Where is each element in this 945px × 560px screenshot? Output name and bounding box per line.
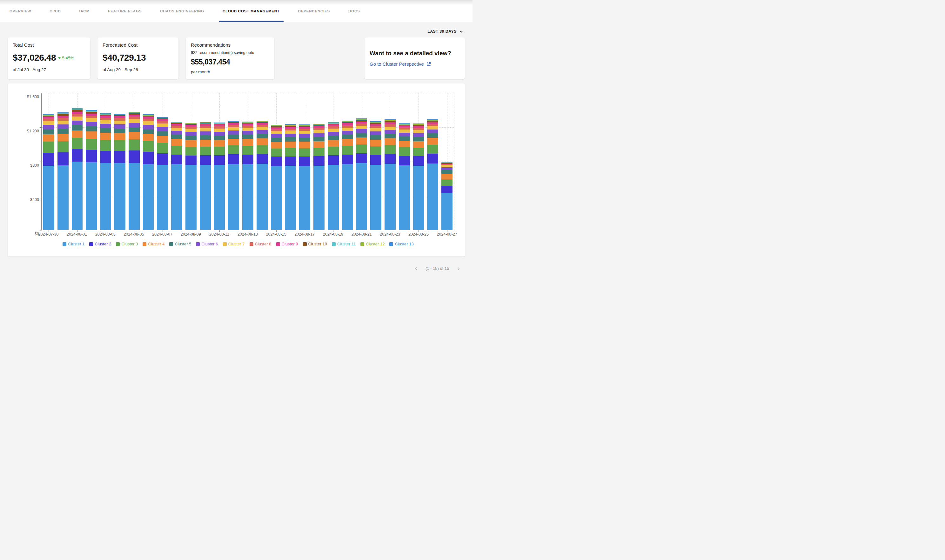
bar-stack xyxy=(129,112,140,230)
legend-item-cluster-6[interactable]: Cluster 6 xyxy=(196,242,218,246)
bar-segment-cluster-4 xyxy=(86,131,97,139)
bar-segment-cluster-8 xyxy=(129,117,140,119)
recommendations-period: per month xyxy=(191,69,269,74)
bar-stack xyxy=(328,122,339,230)
bar-segment-cluster-3 xyxy=(257,145,268,154)
legend-item-cluster-3[interactable]: Cluster 3 xyxy=(116,242,138,246)
tab-iacm[interactable]: IACM xyxy=(79,0,90,22)
bar-segment-cluster-4 xyxy=(143,134,154,141)
bar-segment-cluster-8 xyxy=(370,126,382,128)
bar-2024-08-05[interactable] xyxy=(127,93,141,230)
bar-2024-08-01[interactable] xyxy=(70,93,85,230)
bar-2024-08-09[interactable] xyxy=(184,93,198,230)
bar-2024-08-12[interactable] xyxy=(226,93,241,230)
pagination-prev-icon[interactable]: ‹ xyxy=(415,265,417,271)
bar-segment-cluster-8 xyxy=(242,125,253,128)
bar-segment-cluster-1 xyxy=(385,164,396,230)
bar-2024-08-23[interactable] xyxy=(383,93,397,230)
legend-item-cluster-4[interactable]: Cluster 4 xyxy=(143,242,165,246)
legend-item-cluster-9[interactable]: Cluster 9 xyxy=(276,242,298,246)
bar-segment-cluster-6 xyxy=(242,131,253,135)
bar-2024-08-08[interactable] xyxy=(169,93,184,230)
bar-segment-cluster-3 xyxy=(57,141,69,153)
tab-feature-flags[interactable]: FEATURE FLAGS xyxy=(108,0,142,22)
bar-2024-08-04[interactable] xyxy=(113,93,127,230)
x-tick-label: 2024-08-19 xyxy=(323,232,343,237)
bar-segment-cluster-5 xyxy=(86,126,97,131)
bar-2024-08-20[interactable] xyxy=(340,93,355,230)
tab-chaos-engineering[interactable]: CHAOS ENGINEERING xyxy=(160,0,204,22)
bar-segment-cluster-1 xyxy=(129,163,140,230)
bar-segment-cluster-2 xyxy=(342,155,353,165)
bar-2024-08-27[interactable] xyxy=(440,93,454,230)
bar-segment-cluster-7 xyxy=(370,128,382,131)
bar-2024-08-14[interactable] xyxy=(255,93,269,230)
legend-item-cluster-11[interactable]: Cluster 11 xyxy=(332,242,356,246)
legend-item-cluster-12[interactable]: Cluster 12 xyxy=(360,242,385,246)
bar-segment-cluster-1 xyxy=(57,165,69,230)
chevron-down-icon xyxy=(460,30,463,33)
bar-segment-cluster-4 xyxy=(72,131,83,138)
bar-2024-08-11[interactable] xyxy=(212,93,227,230)
bar-2024-08-25[interactable] xyxy=(411,93,426,230)
bar-segment-cluster-2 xyxy=(328,155,339,165)
legend-swatch xyxy=(63,242,66,246)
time-range-dropdown[interactable]: LAST 30 DAYS xyxy=(428,29,463,34)
legend-item-cluster-10[interactable]: Cluster 10 xyxy=(303,242,327,246)
bar-segment-cluster-5 xyxy=(157,131,168,136)
bar-2024-08-24[interactable] xyxy=(397,93,411,230)
bar-segment-cluster-7 xyxy=(399,129,410,133)
bar-2024-08-06[interactable] xyxy=(141,93,155,230)
tab-docs[interactable]: DOCS xyxy=(348,0,360,22)
pagination-next-icon[interactable]: › xyxy=(457,265,460,271)
bar-segment-cluster-3 xyxy=(399,147,410,156)
tab-ci-cd[interactable]: CI/CD xyxy=(49,0,61,22)
total-cost-period: of Jul 30 - Aug 27 xyxy=(13,67,85,72)
bar-segment-cluster-1 xyxy=(86,162,97,230)
bar-2024-08-10[interactable] xyxy=(198,93,212,230)
bar-segment-cluster-7 xyxy=(143,121,154,125)
bar-2024-08-21[interactable] xyxy=(355,93,369,230)
legend-item-cluster-2[interactable]: Cluster 2 xyxy=(89,242,111,246)
legend-label: Cluster 4 xyxy=(148,242,165,246)
total-cost-delta: 5.45% xyxy=(58,55,74,60)
bar-segment-cluster-7 xyxy=(285,131,296,133)
bar-2024-07-30[interactable] xyxy=(42,93,56,230)
tab-cloud-cost-management[interactable]: CLOUD COST MANAGEMENT xyxy=(223,0,280,22)
bar-2024-08-15[interactable] xyxy=(269,93,283,230)
bar-segment-cluster-2 xyxy=(313,156,325,166)
legend-item-cluster-7[interactable]: Cluster 7 xyxy=(223,242,245,246)
bar-segment-cluster-5 xyxy=(313,137,325,141)
bar-2024-08-07[interactable] xyxy=(155,93,169,230)
bar-2024-08-16[interactable] xyxy=(283,93,298,230)
legend-swatch xyxy=(249,242,253,246)
bar-segment-cluster-4 xyxy=(399,141,410,147)
bar-segment-cluster-6 xyxy=(228,131,239,134)
legend-item-cluster-13[interactable]: Cluster 13 xyxy=(389,242,414,246)
bar-2024-08-02[interactable] xyxy=(84,93,99,230)
bar-2024-08-26[interactable] xyxy=(426,93,440,230)
x-tick xyxy=(362,230,362,232)
bar-segment-cluster-2 xyxy=(157,153,168,165)
bar-2024-08-18[interactable] xyxy=(312,93,326,230)
bar-2024-08-22[interactable] xyxy=(369,93,383,230)
bar-segment-cluster-8 xyxy=(157,121,168,123)
go-to-cluster-perspective-link[interactable]: Go to Cluster Perspective xyxy=(369,61,460,67)
bar-2024-08-19[interactable] xyxy=(326,93,340,230)
bar-segment-cluster-4 xyxy=(299,142,310,148)
bar-stack xyxy=(57,112,69,230)
bar-2024-08-03[interactable] xyxy=(99,93,113,230)
bar-segment-cluster-4 xyxy=(157,136,168,143)
bar-segment-cluster-6 xyxy=(57,125,69,129)
bar-2024-07-31[interactable] xyxy=(56,93,70,230)
bar-segment-cluster-6 xyxy=(257,130,268,134)
legend-item-cluster-8[interactable]: Cluster 8 xyxy=(249,242,271,246)
y-axis-labels: $0$400$800$1,200$1,600 xyxy=(23,95,42,232)
bar-2024-08-13[interactable] xyxy=(241,93,255,230)
legend-item-cluster-5[interactable]: Cluster 5 xyxy=(169,242,191,246)
bar-segment-cluster-2 xyxy=(356,153,367,163)
legend-item-cluster-1[interactable]: Cluster 1 xyxy=(63,242,85,246)
tab-dependencies[interactable]: DEPENDENCIES xyxy=(298,0,330,22)
bar-2024-08-17[interactable] xyxy=(297,93,312,230)
tab-overview[interactable]: OVERVIEW xyxy=(9,0,31,22)
